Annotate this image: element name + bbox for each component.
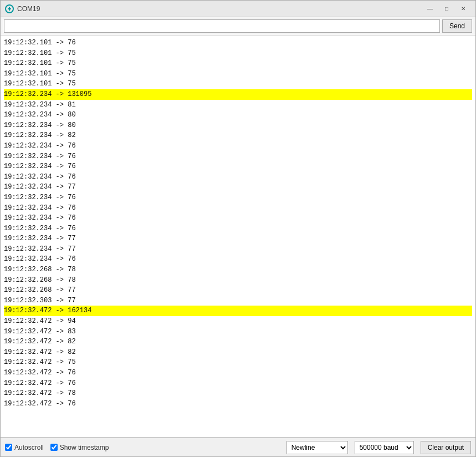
output-line: 19:12:32.472 -> 75 [4,357,472,368]
output-line: 19:12:32.101 -> 75 [4,58,472,69]
autoscroll-checkbox[interactable] [5,444,12,451]
output-line: 19:12:32.268 -> 78 [4,265,472,275]
main-window: COM19 — □ ✕ Send 19:12:32.101 -> 7619:12… [0,0,476,457]
window-title: COM19 [17,5,422,13]
output-line: 19:12:32.472 -> 76 [4,399,472,409]
send-toolbar: Send [1,17,475,35]
autoscroll-group: Autoscroll [5,444,44,451]
maximize-button[interactable]: □ [439,3,454,14]
output-line: 19:12:32.472 -> 82 [4,337,472,347]
output-line: 19:12:32.472 -> 76 [4,378,472,389]
output-line: 19:12:32.234 -> 76 [4,192,472,203]
minimize-button[interactable]: — [422,3,438,14]
output-line: 19:12:32.234 -> 76 [4,254,472,265]
output-line: 19:12:32.472 -> 83 [4,327,472,337]
timestamp-label[interactable]: Show timestamp [60,444,109,451]
output-line: 19:12:32.234 -> 77 [4,233,472,244]
output-line: 19:12:32.234 -> 80 [4,120,472,131]
output-line: 19:12:32.472 -> 78 [4,388,472,399]
output-line: 19:12:32.234 -> 131095 [4,89,472,100]
output-line: 19:12:32.472 -> 162134 [4,306,472,316]
output-line: 19:12:32.234 -> 76 [4,141,472,151]
output-line: 19:12:32.234 -> 76 [4,203,472,214]
close-button[interactable]: ✕ [455,3,471,14]
output-line: 19:12:32.101 -> 75 [4,48,472,59]
window-controls: — □ ✕ [422,3,471,14]
output-line: 19:12:32.101 -> 75 [4,69,472,79]
autoscroll-label[interactable]: Autoscroll [14,444,44,451]
output-line: 19:12:32.472 -> 94 [4,316,472,327]
output-line: 19:12:32.234 -> 81 [4,100,472,110]
output-line: 19:12:32.101 -> 75 [4,79,472,89]
output-line: 19:12:32.268 -> 78 [4,275,472,286]
output-line: 19:12:32.303 -> 77 [4,296,472,306]
output-line: 19:12:32.234 -> 80 [4,110,472,120]
output-line: 19:12:32.234 -> 77 [4,182,472,192]
output-line: 19:12:32.101 -> 76 [4,38,472,48]
clear-output-button[interactable]: Clear output [421,441,471,454]
output-line: 19:12:32.234 -> 76 [4,151,472,162]
output-line: 19:12:32.234 -> 76 [4,172,472,182]
output-line: 19:12:32.472 -> 76 [4,368,472,378]
status-bar: Autoscroll Show timestamp Newline No lin… [1,438,475,456]
timestamp-checkbox[interactable] [50,444,58,451]
output-line: 19:12:32.234 -> 77 [4,244,472,255]
send-input[interactable] [4,19,440,33]
output-line: 19:12:32.234 -> 76 [4,224,472,234]
send-button[interactable]: Send [442,19,472,33]
timestamp-group: Show timestamp [50,444,109,451]
output-line: 19:12:32.268 -> 77 [4,285,472,296]
output-line: 19:12:32.234 -> 82 [4,130,472,141]
output-line: 19:12:32.472 -> 82 [4,347,472,358]
baud-select[interactable]: 300 baud 1200 baud 2400 baud 4800 baud 9… [355,441,414,454]
title-bar: COM19 — □ ✕ [1,1,475,17]
serial-output[interactable]: 19:12:32.101 -> 7619:12:32.101 -> 7519:1… [1,35,475,438]
newline-select[interactable]: Newline No line ending Carriage return B… [286,441,348,454]
app-icon [5,4,14,13]
output-line: 19:12:32.234 -> 76 [4,213,472,224]
output-line: 19:12:32.234 -> 76 [4,161,472,172]
